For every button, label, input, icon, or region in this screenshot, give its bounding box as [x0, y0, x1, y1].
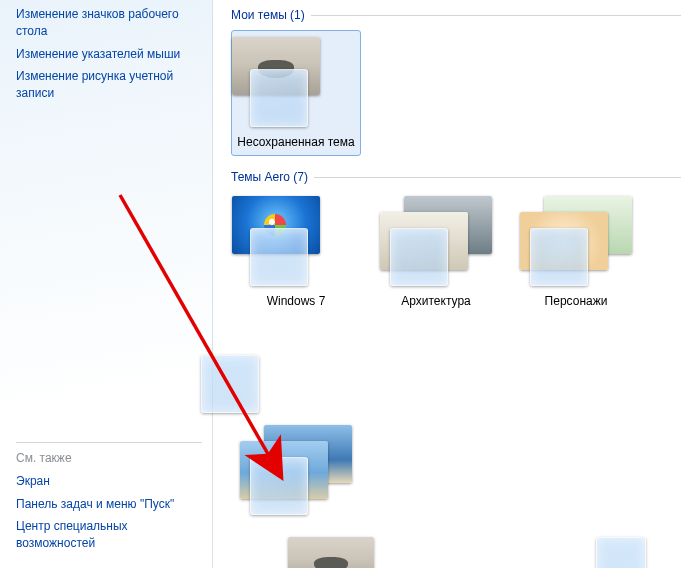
- window-color-swatch: [596, 537, 646, 568]
- theme-label: Архитектура: [371, 294, 501, 308]
- link-change-mouse-pointers[interactable]: Изменение указателей мыши: [16, 46, 202, 63]
- theme-architecture[interactable]: Архитектура: [371, 192, 501, 308]
- section-title-my-themes: Мои темы (1): [231, 8, 305, 22]
- theme-partial-right[interactable]: [231, 319, 263, 415]
- option-desktop-background[interactable]: Фон рабочего стола Фоновый рисунок средс…: [231, 537, 431, 568]
- option-window-color[interactable]: Цвет окна Небо: [561, 537, 681, 568]
- sidebar-bottom: См. также Экран Панель задач и меню "Пус…: [16, 442, 202, 558]
- sidebar: Изменение значков рабочего стола Изменен…: [0, 0, 213, 568]
- theme-label: Несохраненная тема: [234, 135, 358, 149]
- link-taskbar-start-menu[interactable]: Панель задач и меню "Пуск": [16, 496, 202, 513]
- desktop-bg-thumb: [288, 537, 374, 568]
- theme-label: Windows 7: [231, 294, 361, 308]
- bottom-options: Фон рабочего стола Фоновый рисунок средс…: [231, 537, 681, 568]
- theme-unsaved[interactable]: Несохраненная тема: [231, 30, 361, 156]
- sidebar-top-links: Изменение значков рабочего стола Изменен…: [16, 6, 202, 108]
- section-my-themes: Мои темы (1) Несохраненная тема: [231, 8, 681, 156]
- section-aero-themes: Темы Aero (7) Windows 7: [231, 170, 681, 522]
- main-panel: Мои темы (1) Несохраненная тема Темы Aer…: [213, 0, 681, 568]
- section-title-aero: Темы Aero (7): [231, 170, 308, 184]
- theme-characters[interactable]: Персонажи: [511, 192, 641, 308]
- link-ease-of-access[interactable]: Центр специальных возможностей: [16, 518, 202, 552]
- link-change-account-picture[interactable]: Изменение рисунка учетной записи: [16, 68, 202, 102]
- link-change-desktop-icons[interactable]: Изменение значков рабочего стола: [16, 6, 202, 40]
- link-display[interactable]: Экран: [16, 473, 202, 490]
- theme-windows7[interactable]: Windows 7: [231, 192, 361, 308]
- theme-label: Персонажи: [511, 294, 641, 308]
- see-also-label: См. также: [16, 451, 202, 465]
- theme-landscapes[interactable]: [231, 421, 361, 523]
